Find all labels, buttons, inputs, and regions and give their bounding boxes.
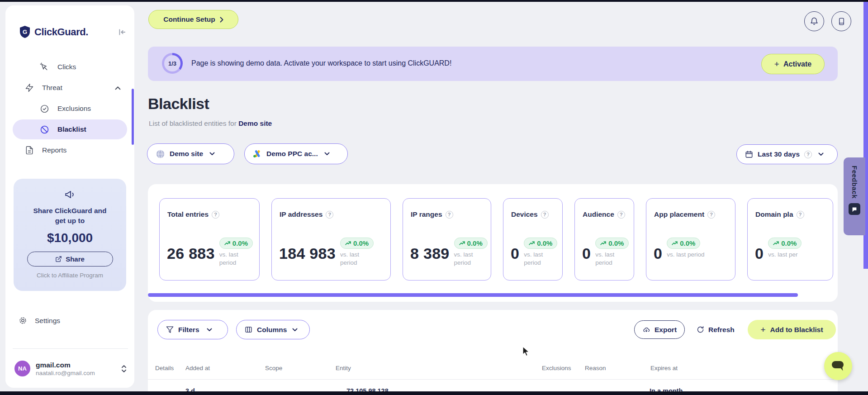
- sidebar-item-reports[interactable]: Reports: [13, 140, 127, 160]
- col-details[interactable]: Details: [155, 365, 174, 371]
- stat-card-domain-placement: Domain pla? 0 0.0% vs. last per: [747, 198, 833, 281]
- sidebar-item-threat[interactable]: Threat: [13, 78, 127, 98]
- page-title: Blacklist: [148, 95, 209, 113]
- trend-up-icon: [600, 241, 606, 246]
- svg-text:G: G: [23, 29, 27, 35]
- add-to-blacklist-button[interactable]: + Add to Blacklist: [748, 320, 836, 339]
- sidebar-scrollbar[interactable]: [132, 89, 134, 145]
- chevron-up-icon[interactable]: [115, 86, 121, 90]
- col-expires-at[interactable]: Expires at: [650, 365, 678, 371]
- sidebar-item-label: Reports: [42, 146, 66, 154]
- help-icon[interactable]: ?: [804, 151, 812, 158]
- chevron-down-icon: [207, 328, 212, 332]
- filters-button[interactable]: Filters: [157, 320, 228, 339]
- table-header-row: Details Added at Scope Entity Exclusions…: [148, 365, 838, 379]
- cursor-icon: [40, 62, 49, 72]
- badge-check-icon: [40, 104, 49, 114]
- blacklist-table-panel: Filters Columns Export Refresh + Add to …: [148, 310, 838, 395]
- help-icon[interactable]: ?: [797, 211, 804, 219]
- cards-horizontal-scrollbar[interactable]: [148, 293, 798, 297]
- ppc-account-selector[interactable]: Demo PPC ac...: [244, 143, 348, 164]
- sidebar-item-label: Settings: [35, 317, 60, 325]
- sidebar-item-clicks[interactable]: Clicks: [13, 57, 127, 77]
- cloud-download-icon: [642, 326, 650, 333]
- continue-setup-button[interactable]: Continue Setup: [148, 10, 238, 29]
- stat-caption: vs. last period: [340, 251, 366, 267]
- stat-caption: vs. last period: [524, 251, 550, 267]
- delta-badge: 0.0%: [768, 238, 802, 249]
- delta-badge: 0.0%: [454, 238, 488, 249]
- help-icon[interactable]: ?: [326, 211, 333, 219]
- chevron-down-icon: [292, 328, 298, 332]
- chevron-updown-icon: [121, 365, 127, 372]
- gear-icon: [18, 316, 28, 325]
- notifications-button[interactable]: [804, 11, 824, 31]
- ban-icon: [40, 125, 49, 134]
- table-header-divider: [148, 379, 838, 380]
- sidebar-item-label: Threat: [42, 84, 62, 92]
- share-button[interactable]: Share: [27, 252, 113, 267]
- activate-button[interactable]: + Activate: [761, 54, 825, 74]
- account-email: naatali.ro@gmail.com: [36, 370, 95, 376]
- chat-launcher-button[interactable]: [824, 352, 852, 380]
- share-text-line2: get up to: [55, 217, 85, 224]
- sidebar-collapse-icon[interactable]: [118, 28, 126, 36]
- help-icon[interactable]: ?: [212, 211, 219, 219]
- refresh-button[interactable]: Refresh: [697, 320, 735, 339]
- help-icon[interactable]: ?: [617, 211, 625, 219]
- help-icon[interactable]: ?: [707, 211, 715, 219]
- stat-value: 0: [755, 245, 764, 262]
- clickguard-logo-icon: G: [19, 25, 31, 38]
- stat-card-ip-addresses: IP addresses? 184 983 0.0% vs. last peri…: [271, 198, 391, 281]
- sidebar-item-settings[interactable]: Settings: [18, 316, 60, 325]
- col-exclusions[interactable]: Exclusions: [542, 365, 571, 371]
- stat-card-total-entries: Total entries? 26 883 0.0% vs. last peri…: [159, 198, 260, 281]
- help-icon[interactable]: ?: [446, 211, 453, 219]
- share-text-line1: Share ClickGuard and: [33, 207, 107, 214]
- date-range-selector[interactable]: Last 30 days ?: [736, 144, 838, 164]
- sidebar-nav: Clicks Threat Exclusions Blacklist Repor…: [5, 56, 134, 161]
- avatar: NA: [14, 361, 30, 376]
- delta-badge: 0.0%: [219, 238, 253, 249]
- demo-data-banner: 1/3 Page is showing demo data. Activate …: [148, 47, 838, 81]
- feedback-tab[interactable]: Feedback: [844, 157, 865, 235]
- sidebar: G ClickGuard. Clicks Threat Exclusions B…: [5, 5, 134, 388]
- stat-card-audience: Audience? 0 0.0% vs. last period: [574, 198, 634, 281]
- site-selector[interactable]: Demo site: [147, 143, 234, 164]
- chevron-down-icon: [818, 152, 824, 156]
- stat-card-ip-ranges: IP ranges? 8 389 0.0% vs. last period: [403, 198, 491, 281]
- chevron-right-icon: [220, 17, 223, 23]
- usersnap-icon: [849, 203, 860, 215]
- stats-panel: Total entries? 26 883 0.0% vs. last peri…: [148, 184, 838, 302]
- account-switcher[interactable]: NA gmail.com naatali.ro@gmail.com: [14, 361, 127, 376]
- sidebar-item-label: Exclusions: [57, 105, 91, 113]
- ppc-account-value: Demo PPC ac...: [266, 150, 318, 158]
- columns-button[interactable]: Columns: [236, 320, 310, 339]
- page-subtitle: List of blacklisted entities for Demo si…: [149, 119, 272, 128]
- stat-value: 0: [654, 245, 662, 262]
- external-link-icon: [55, 256, 62, 262]
- globe-icon: [156, 149, 165, 159]
- sidebar-item-exclusions[interactable]: Exclusions: [13, 99, 127, 119]
- bell-icon: [810, 17, 819, 26]
- help-icon[interactable]: ?: [541, 211, 549, 219]
- columns-icon: [245, 326, 252, 333]
- affiliate-footer-text: Click to Affiliate Program: [14, 272, 126, 279]
- sidebar-item-blacklist[interactable]: Blacklist: [13, 119, 127, 139]
- stat-value: 0: [511, 245, 519, 262]
- window-top-edge: [0, 0, 868, 2]
- col-scope[interactable]: Scope: [265, 365, 282, 371]
- docs-button[interactable]: [831, 11, 851, 31]
- chevron-down-icon: [209, 152, 215, 156]
- col-reason[interactable]: Reason: [585, 365, 606, 371]
- window-bottom-edge: [0, 391, 868, 395]
- col-entity[interactable]: Entity: [336, 365, 351, 371]
- plus-icon: +: [774, 59, 779, 69]
- date-range-value: Last 30 days: [758, 150, 800, 158]
- file-icon: [25, 146, 34, 155]
- trend-up-icon: [773, 241, 779, 246]
- col-added-at[interactable]: Added at: [185, 365, 210, 371]
- sidebar-divider: [13, 348, 128, 349]
- affiliate-share-card[interactable]: Share ClickGuard andget up to $10,000 Sh…: [14, 179, 126, 291]
- export-button[interactable]: Export: [634, 320, 685, 339]
